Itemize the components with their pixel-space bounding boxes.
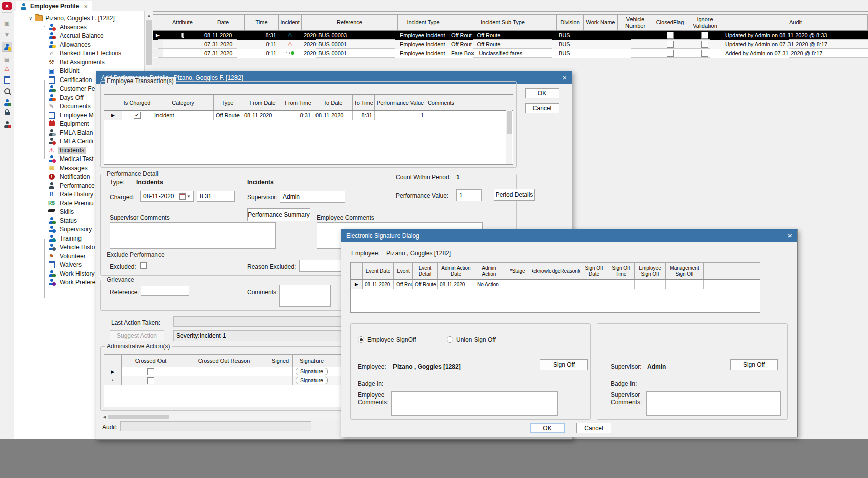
tree-item-status[interactable]: Status [48,216,78,225]
col-admin-action-date[interactable]: Admin Action Date [438,263,475,279]
tree-item-supervisory[interactable]: Supervisory [48,225,93,233]
col-signature[interactable]: Signature [293,355,331,367]
employee-comments-textarea[interactable] [391,391,558,416]
tab-employee-profile[interactable]: Employee Profile × [16,1,92,11]
grid-row[interactable]: 07-31-20208:11⚠2020-BUS-00001Employee In… [153,40,868,49]
grid-row[interactable]: 07-31-20208:11↪2020-BUS-00001Employee In… [153,49,868,58]
tree-item-accrual-balance[interactable]: Accrual Balance [48,31,105,40]
tree-item-banked-time-elections[interactable]: ⌂ Banked Time Elections [48,49,123,57]
col-reference[interactable]: Reference [302,15,398,30]
copy-icon[interactable]: ▣ [2,18,12,27]
col-stage[interactable]: *Stage [503,263,532,279]
supervisor-comments-textarea[interactable] [110,222,276,249]
tree-item-messages[interactable]: ✉ Messages [48,164,89,172]
tree-item-days-off[interactable]: Days Off [48,93,85,102]
team-icon[interactable] [2,98,12,107]
close-app-button[interactable]: × [2,2,12,10]
col-management-sign-off[interactable]: Management Sign Off [666,263,704,279]
checkbox[interactable] [667,50,674,57]
employee-sign-off-button[interactable]: Sign Off [540,359,588,370]
checkbox[interactable] [147,368,154,375]
tree-item-allowances[interactable]: Allowances [48,40,92,49]
col-to-time[interactable]: To Time [353,95,375,110]
grid-row[interactable]: ▶08-11-2020Off RoutOff Route08-11-2020No… [351,280,760,289]
reason-excluded-field[interactable] [299,260,347,272]
signature-button[interactable]: Signature [296,377,328,384]
tree-item-fmla-balan[interactable]: FMLA Balan [48,128,94,137]
col-vehicle-number[interactable]: Vehicle Number [618,15,653,30]
chevron-down-icon[interactable]: ∨ [29,15,32,21]
tree-root[interactable]: ∨ Pizano, Goggles F. [1282] [14,14,115,22]
medal-icon[interactable]: ▼ [2,30,12,39]
scroll-thumb[interactable] [146,20,152,65]
col-is-charged[interactable]: Is Charged [122,95,152,110]
tree-item-rate-history[interactable]: R Rate History [48,190,95,198]
tree-item-volunteer[interactable]: ⚑ Volunteer [48,252,87,260]
search-icon[interactable] [2,87,12,96]
close-icon[interactable]: × [562,73,567,82]
col-admin-action[interactable]: Admin Action [475,263,503,279]
col-sign-off-date[interactable]: Sign Off Date [580,263,608,279]
tree-item-work-prefere[interactable]: Work Prefere [48,278,97,286]
col-crossed-out-reason[interactable]: Crossed Out Reason [180,355,268,367]
performance-value-field[interactable]: 1 [456,189,482,201]
col-incident-type[interactable]: Incident Type [398,15,449,30]
grid-row[interactable]: ▶08-11-20208:31⚠2020-BUS-00003Employee I… [153,31,868,40]
lock-icon[interactable] [2,109,12,118]
col-date[interactable]: Date [202,15,245,30]
tree-item-fmla-certifi[interactable]: FMLA Certifi [48,137,95,145]
reference-field[interactable] [141,286,189,296]
tree-item-vehicle-histo[interactable]: Vehicle Histo [48,243,96,251]
union-signoff-radio[interactable] [447,336,453,343]
tree-item-waivers[interactable]: Waivers [48,260,83,269]
scroll-thumb[interactable] [108,415,169,419]
col-closedflag[interactable]: ClosedFlag [653,15,687,30]
col-category[interactable]: Category [152,95,214,110]
tree-item-customer-fe[interactable]: Customer Fe [48,84,96,93]
col-audit[interactable]: Audit [723,15,868,30]
cancel-button[interactable]: Cancel [576,423,611,433]
performance-summary-button[interactable]: Performance Summary [247,208,310,221]
checkbox[interactable] [667,32,674,39]
col-event[interactable]: Event [394,263,413,279]
checkbox[interactable] [701,32,708,39]
tree-item-notification[interactable]: ! Notification [48,172,91,181]
scroll-up-icon[interactable]: ▲ [145,11,153,20]
scroll-left-icon[interactable]: ◀ [101,414,108,420]
employee-signoff-radio-label[interactable]: Employee SignOff [367,336,416,343]
suggest-action-button[interactable]: Suggest Action [110,330,164,341]
checkbox[interactable] [701,41,708,48]
col-division[interactable]: Division [557,15,584,30]
col-incident[interactable]: Incident [279,15,302,30]
tree-item-employee-m[interactable]: Employee M [48,111,95,119]
scroll-thumb[interactable] [507,111,512,134]
grievance-comments-textarea[interactable] [279,285,331,307]
col-incident-sub-type[interactable]: Incident Sub Type [449,15,557,30]
col-from-time[interactable]: From Time [283,95,313,110]
calendar-dropdown-icon[interactable]: ▼ [179,193,191,200]
tree-item-training[interactable]: Training [48,234,83,243]
col-performance-value[interactable]: Performance Value [375,95,426,110]
col-to-date[interactable]: To Date [313,95,353,110]
tree-item-certification[interactable]: Certification [48,75,93,84]
checkbox[interactable] [667,41,674,48]
tree-item-medical-test[interactable]: Medical Test [48,154,95,163]
supervisor-comments-textarea[interactable] [646,391,781,416]
checkbox[interactable] [147,377,154,384]
tree-item-skills[interactable]: Skills [48,207,75,216]
col-event-date[interactable]: Event Date [363,263,394,279]
col-type[interactable]: Type [214,95,242,110]
ok-button[interactable]: OK [525,88,559,98]
charged-date-field[interactable]: 08-11-2020 ▼ [140,191,194,202]
clipboard-icon[interactable]: ▤ [2,54,12,63]
col-time[interactable]: Time [245,15,279,30]
employee-signoff-radio[interactable] [358,336,364,343]
charged-time-field[interactable]: 8:31 [197,191,235,202]
col-event-detail[interactable]: Event Detail [413,263,438,279]
supervisor-sign-off-button[interactable]: Sign Off [730,359,778,370]
close-icon[interactable]: × [787,231,792,240]
supervisor-field[interactable]: Admin [280,191,345,203]
warning-icon[interactable]: ⚠ [2,64,12,73]
tree-item-incidents[interactable]: ⚠ Incidents [48,146,86,154]
tree-item-rate-premiu[interactable]: R$ Rate Premiu [48,199,95,207]
